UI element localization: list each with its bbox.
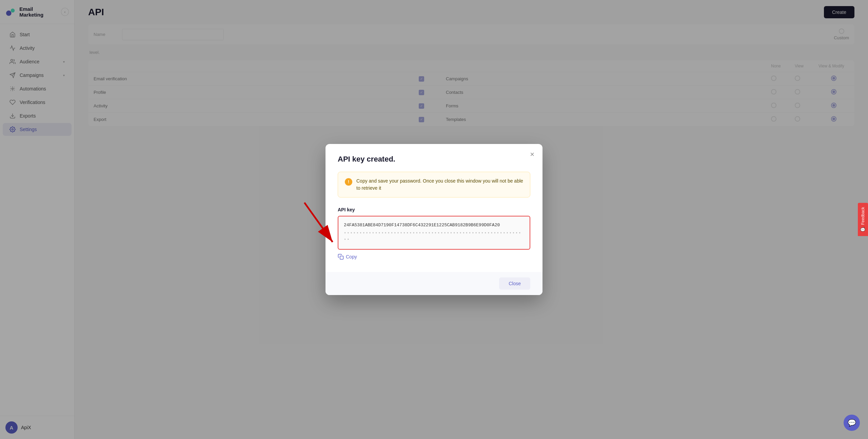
feedback-label: Feedback [861,207,865,225]
close-button[interactable]: Close [499,277,530,290]
feedback-tab[interactable]: 💬 Feedback [858,203,868,236]
warning-icon: ! [345,178,352,186]
svg-rect-8 [340,256,343,259]
api-key-box: 24FA5381ABE84D7190F14738DF6C432291E1225C… [338,216,530,249]
copy-button-label: Copy [346,254,357,259]
api-key-value-line2: ••••••••••••••••••••••••••••••••••••••••… [344,230,524,243]
copy-button[interactable]: Copy [338,254,357,260]
warning-box: ! Copy and save your password. Once you … [338,172,530,197]
warning-text: Copy and save your password. Once you cl… [356,177,523,192]
modal-overlay: API key created. × ! Copy and save your … [0,0,868,439]
api-key-label: API key [338,207,530,212]
chat-button[interactable]: 💬 [844,415,860,431]
chat-icon: 💬 [848,419,856,427]
modal-close-button[interactable]: × [530,151,534,158]
modal-title: API key created. [338,155,530,164]
api-key-modal: API key created. × ! Copy and save your … [326,144,542,295]
copy-icon [338,254,344,260]
modal-footer: Close [326,272,542,295]
modal-body: API key created. × ! Copy and save your … [326,144,542,272]
api-key-value-line1: 24FA5381ABE84D7190F14738DF6C432291E1225C… [344,222,524,229]
feedback-icon: 💬 [861,227,865,232]
